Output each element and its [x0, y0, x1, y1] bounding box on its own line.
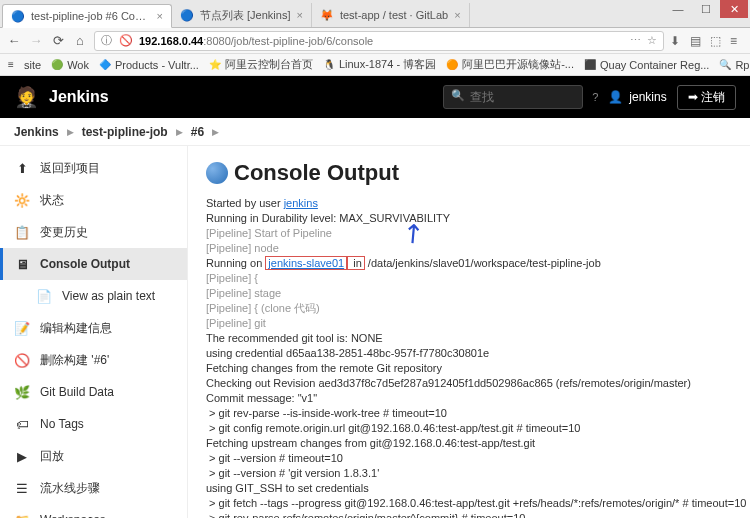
sidebar-item-label: No Tags — [40, 417, 84, 431]
folder-icon: ≡ — [8, 59, 20, 71]
sidebar-item-no-tags[interactable]: 🏷No Tags — [0, 408, 187, 440]
sidebar-item-label: View as plain text — [62, 289, 155, 303]
crumb-job[interactable]: test-pipline-job — [82, 125, 168, 139]
bookmark-linux1874[interactable]: 🐧Linux-1874 - 博客园 — [323, 57, 436, 72]
window-min-button[interactable]: — — [664, 0, 692, 18]
node-link[interactable]: jenkins-slave01 — [265, 256, 347, 270]
bookmark-rpmfind[interactable]: 🔍Rpmfind mirror — [719, 59, 750, 71]
sidebar-item-pipeline-steps[interactable]: ☰流水线步骤 — [0, 472, 187, 504]
sidebar-item-label: 编辑构建信息 — [40, 320, 112, 337]
jenkins-header: 🤵 Jenkins 🔍 ? 👤 jenkins ➡ 注销 — [0, 76, 750, 118]
url-more-icon[interactable]: ⋯ — [630, 34, 641, 47]
replay-icon: ▶ — [14, 448, 30, 464]
sidebar: ⬆返回到项目🔆状态📋变更历史🖥Console Output📄View as pl… — [0, 146, 188, 518]
logout-button[interactable]: ➡ 注销 — [677, 85, 736, 110]
console-output-icon: 🖥 — [14, 256, 30, 272]
bm-icon: 🐧 — [323, 59, 335, 71]
page-title: Console Output — [206, 160, 732, 186]
jenkins-brand[interactable]: Jenkins — [49, 88, 109, 106]
forward-button[interactable]: → — [28, 33, 44, 49]
reload-button[interactable]: ⟳ — [50, 33, 66, 49]
window-max-button[interactable]: ☐ — [692, 0, 720, 18]
sidebar-item-workspaces[interactable]: 📁Workspaces — [0, 504, 187, 518]
sidebar-item-back-to-project[interactable]: ⬆返回到项目 — [0, 152, 187, 184]
main-content: Console Output Started by user jenkins R… — [188, 146, 750, 518]
site-info-icon[interactable]: ⓘ — [101, 33, 113, 48]
bm-icon: ⭐ — [209, 59, 221, 71]
download-icon[interactable]: ⬇ — [670, 34, 684, 48]
bookmark-site[interactable]: ≡site — [8, 59, 41, 71]
address-bar: ← → ⟳ ⌂ ⓘ 🚫 192.168.0.44:8080/job/test-p… — [0, 28, 750, 54]
window-close-button[interactable]: ✕ — [720, 0, 748, 18]
jenkins-search: 🔍 ? — [443, 85, 598, 109]
workspaces-icon: 📁 — [14, 512, 30, 518]
git-build-data-icon: 🌿 — [14, 384, 30, 400]
menu-icon[interactable]: ≡ — [730, 34, 744, 48]
chevron-right-icon: ▶ — [176, 127, 183, 137]
no-tags-icon: 🏷 — [14, 416, 30, 432]
bookmark-wok[interactable]: 🟢Wok — [51, 59, 89, 71]
search-icon: 🔍 — [451, 89, 465, 102]
sidebar-item-console-output[interactable]: 🖥Console Output — [0, 248, 187, 280]
sidebar-item-git-build-data[interactable]: 🌿Git Build Data — [0, 376, 187, 408]
sidebar-item-label: 返回到项目 — [40, 160, 100, 177]
sidebar-item-plain-text[interactable]: 📄View as plain text — [0, 280, 187, 312]
status-ball-icon — [206, 162, 228, 184]
home-button[interactable]: ⌂ — [72, 33, 88, 49]
window-controls: — ☐ ✕ — [664, 0, 748, 18]
sidebar-item-status[interactable]: 🔆状态 — [0, 184, 187, 216]
sidebar-item-changes[interactable]: 📋变更历史 — [0, 216, 187, 248]
sidebar-item-edit-build-info[interactable]: 📝编辑构建信息 — [0, 312, 187, 344]
sidebar-item-label: Git Build Data — [40, 385, 114, 399]
bookmark-aliyun[interactable]: ⭐阿里云控制台首页 — [209, 57, 313, 72]
url-path: :8080/job/test-pipline-job/6/console — [203, 35, 373, 47]
breadcrumb: Jenkins▶ test-pipline-job▶ #6▶ — [0, 118, 750, 146]
sidebar-item-replay[interactable]: ▶回放 — [0, 440, 187, 472]
bookmark-aliyun-mirror[interactable]: 🟠阿里巴巴开源镜像站-... — [446, 57, 574, 72]
plain-text-icon: 📄 — [36, 288, 52, 304]
sidebar-item-delete-build[interactable]: 🚫删除构建 '#6' — [0, 344, 187, 376]
bm-icon: ⬛ — [584, 59, 596, 71]
ext-icon[interactable]: ⬚ — [710, 34, 724, 48]
bm-icon: 🔷 — [99, 59, 111, 71]
bookmark-quay[interactable]: ⬛Quay Container Reg... — [584, 59, 709, 71]
chevron-right-icon: ▶ — [212, 127, 219, 137]
tab-jenkins-console[interactable]: 🔵 test-pipline-job #6 Console × — [2, 4, 172, 28]
favicon-icon: 🔵 — [11, 9, 25, 23]
toolbar-icons: ⬇ ▤ ⬚ ≡ — [670, 34, 744, 48]
crumb-jenkins[interactable]: Jenkins — [14, 125, 59, 139]
bm-icon: 🟢 — [51, 59, 63, 71]
user-link[interactable]: jenkins — [284, 197, 318, 209]
url-star-icon[interactable]: ☆ — [647, 34, 657, 47]
back-button[interactable]: ← — [6, 33, 22, 49]
bm-icon: 🟠 — [446, 59, 458, 71]
browser-tab-strip: 🔵 test-pipline-job #6 Console × 🔵 节点列表 [… — [0, 0, 750, 28]
tab-close-icon[interactable]: × — [157, 10, 163, 22]
jenkins-logo-icon: 🤵 — [14, 85, 39, 109]
user-menu[interactable]: 👤 jenkins — [608, 90, 666, 104]
sidebar-item-label: Workspaces — [40, 513, 106, 518]
library-icon[interactable]: ▤ — [690, 34, 704, 48]
chevron-right-icon: ▶ — [67, 127, 74, 137]
sidebar-item-label: 变更历史 — [40, 224, 88, 241]
url-ns-icon: 🚫 — [119, 34, 133, 47]
sidebar-item-label: 回放 — [40, 448, 64, 465]
url-host: 192.168.0.44 — [139, 35, 203, 47]
logout-icon: ➡ — [688, 90, 698, 104]
tab-label: test-app / test · GitLab — [340, 9, 448, 21]
sidebar-item-label: 删除构建 '#6' — [40, 352, 109, 369]
tab-jenkins-nodes[interactable]: 🔵 节点列表 [Jenkins] × — [172, 3, 312, 27]
search-help-icon[interactable]: ? — [592, 91, 598, 103]
username-label: jenkins — [629, 90, 666, 104]
tab-close-icon[interactable]: × — [454, 9, 460, 21]
edit-build-info-icon: 📝 — [14, 320, 30, 336]
tab-label: 节点列表 [Jenkins] — [200, 8, 290, 23]
user-icon: 👤 — [608, 90, 623, 104]
sidebar-item-label: 状态 — [40, 192, 64, 209]
bookmark-vultr[interactable]: 🔷Products - Vultr... — [99, 59, 199, 71]
crumb-build[interactable]: #6 — [191, 125, 204, 139]
favicon-icon: 🔵 — [180, 8, 194, 22]
tab-close-icon[interactable]: × — [296, 9, 302, 21]
tab-gitlab[interactable]: 🦊 test-app / test · GitLab × — [312, 3, 470, 27]
url-field[interactable]: ⓘ 🚫 192.168.0.44:8080/job/test-pipline-j… — [94, 31, 664, 51]
